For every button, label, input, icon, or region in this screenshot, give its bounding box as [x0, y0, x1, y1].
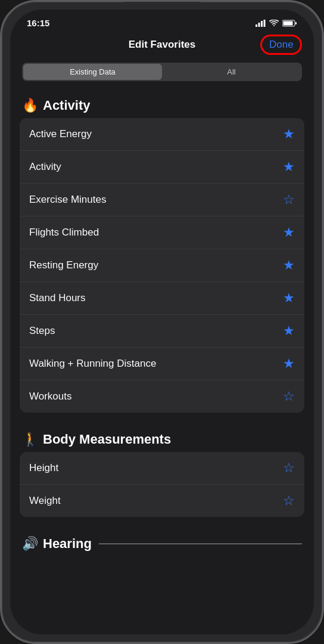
item-label: Active Energy [29, 128, 92, 140]
svg-rect-1 [258, 23, 260, 27]
battery-icon [282, 20, 297, 27]
phone-frame: 16:15 [0, 0, 324, 644]
star-resting-energy[interactable] [283, 258, 295, 273]
item-label: Flights Climbed [29, 227, 99, 239]
item-label: Activity [29, 161, 61, 173]
body-measurements-title: Body Measurements [43, 432, 171, 447]
list-item[interactable]: Walking + Running Distance [20, 348, 304, 380]
star-activity[interactable] [283, 159, 295, 175]
item-label: Workouts [29, 391, 72, 402]
activity-title: Activity [43, 98, 90, 113]
body-measurements-icon: 🚶 [22, 432, 38, 447]
list-item[interactable]: Exercise Minutes [20, 184, 304, 216]
phone-screen: 16:15 [10, 10, 314, 634]
wifi-icon [269, 20, 279, 27]
hearing-icon: 🔊 [22, 536, 38, 552]
svg-rect-0 [256, 24, 257, 27]
tab-existing-data[interactable]: Existing Data [23, 64, 162, 80]
activity-section-header: 🔥 Activity [20, 91, 304, 118]
star-active-energy[interactable] [283, 126, 295, 142]
star-walking-distance[interactable] [283, 356, 295, 371]
list-item[interactable]: Height [20, 452, 304, 485]
tab-all[interactable]: All [162, 64, 301, 80]
list-item[interactable]: Steps [20, 315, 304, 348]
list-item[interactable]: Active Energy [20, 118, 304, 151]
item-label: Walking + Running Distance [29, 358, 156, 370]
signal-icon [256, 20, 266, 27]
status-bar: 16:15 [10, 10, 314, 32]
list-item[interactable]: Weight [20, 485, 304, 517]
nav-title: Edit Favorites [129, 39, 195, 51]
segment-control: Existing Data All [22, 63, 302, 81]
star-workouts[interactable] [283, 389, 295, 404]
body-measurements-list: Height Weight [20, 452, 304, 517]
nav-bar: Edit Favorites Done [10, 32, 314, 58]
item-label: Weight [29, 495, 61, 507]
hearing-title: Hearing [43, 536, 92, 552]
done-button[interactable]: Done [260, 35, 302, 55]
activity-icon: 🔥 [22, 98, 38, 113]
star-steps[interactable] [283, 323, 295, 339]
star-flights-climbed[interactable] [283, 225, 295, 240]
svg-rect-5 [295, 22, 297, 24]
item-label: Resting Energy [29, 259, 98, 271]
body-measurements-section-header: 🚶 Body Measurements [20, 425, 304, 452]
list-item[interactable]: Resting Energy [20, 249, 304, 282]
hearing-section-header: 🔊 Hearing [20, 529, 304, 556]
svg-rect-2 [261, 21, 263, 27]
status-time: 16:15 [27, 18, 49, 28]
item-label: Stand Hours [29, 292, 86, 304]
hearing-separator [99, 543, 302, 544]
list-item[interactable]: Flights Climbed [20, 216, 304, 249]
activity-list: Active Energy Activity Exercise Minutes … [20, 118, 304, 413]
item-label: Exercise Minutes [29, 194, 106, 206]
item-label: Height [29, 462, 58, 474]
status-icons [256, 20, 297, 27]
item-label: Steps [29, 325, 55, 337]
list-item[interactable]: Activity [20, 151, 304, 184]
star-stand-hours[interactable] [283, 290, 295, 306]
scroll-content[interactable]: 🔥 Activity Active Energy Activity Exerci… [10, 91, 314, 632]
svg-rect-6 [284, 21, 293, 25]
svg-rect-3 [264, 20, 266, 27]
star-height[interactable] [283, 460, 295, 476]
list-item[interactable]: Workouts [20, 380, 304, 413]
star-exercise-minutes[interactable] [283, 192, 295, 208]
star-weight[interactable] [283, 493, 295, 509]
list-item[interactable]: Stand Hours [20, 282, 304, 315]
